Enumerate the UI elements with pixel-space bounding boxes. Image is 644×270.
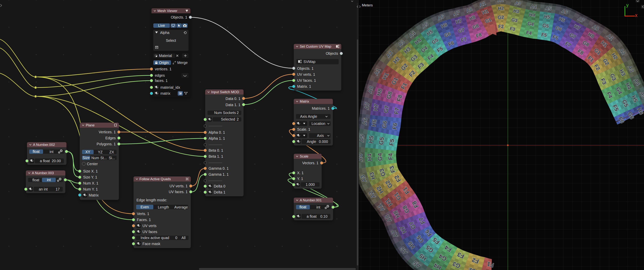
svg-text:G5: G5 (542, 23, 549, 29)
svg-text:A4: A4 (530, 4, 537, 10)
svg-text:F5: F5 (388, 138, 396, 146)
svg-text:H2: H2 (498, 6, 504, 11)
svg-text:F4: F4 (526, 30, 532, 36)
svg-text:H7: H7 (372, 103, 380, 111)
svg-text:F7: F7 (393, 107, 400, 115)
svg-text:H5: H5 (367, 135, 375, 144)
svg-text:x: x (635, 13, 638, 18)
svg-text:G6: G6 (381, 120, 388, 129)
svg-text:F6: F6 (391, 122, 398, 130)
svg-text:y: y (626, 3, 629, 8)
svg-text:A2: A2 (498, 0, 504, 3)
svg-text:A4: A4 (359, 154, 364, 162)
svg-text:H5: H5 (544, 14, 550, 20)
svg-text:A5: A5 (545, 5, 552, 12)
svg-text:A7: A7 (363, 102, 370, 110)
svg-text:A6: A6 (361, 117, 368, 125)
svg-text:G2: G2 (498, 15, 504, 20)
svg-text:A5: A5 (359, 134, 366, 143)
svg-text:G4: G4 (527, 21, 534, 27)
svg-text:H4: H4 (529, 12, 536, 18)
svg-text:G4: G4 (376, 153, 383, 161)
svg-text:G5: G5 (378, 137, 385, 145)
svg-text:G7: G7 (383, 105, 390, 113)
svg-text:H4: H4 (366, 153, 373, 161)
svg-text:F5: F5 (541, 32, 547, 38)
svg-text:F2: F2 (498, 24, 504, 29)
svg-text:H6: H6 (370, 119, 378, 127)
svg-text:Meters: Meters (362, 3, 373, 7)
svg-text:F4: F4 (387, 153, 394, 160)
